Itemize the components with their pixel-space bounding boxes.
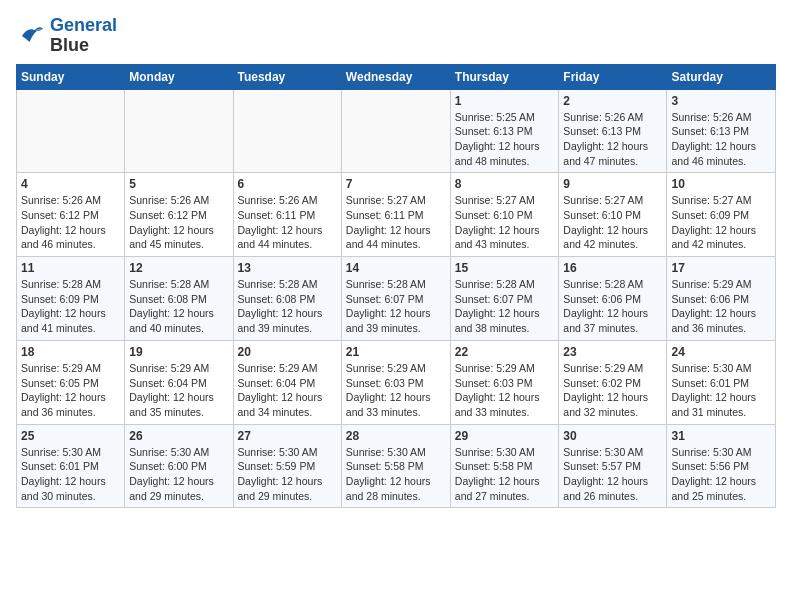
day-info: Sunrise: 5:27 AM Sunset: 6:10 PM Dayligh…: [455, 193, 555, 252]
day-info: Sunrise: 5:29 AM Sunset: 6:03 PM Dayligh…: [455, 361, 555, 420]
day-info: Sunrise: 5:29 AM Sunset: 6:05 PM Dayligh…: [21, 361, 120, 420]
day-number: 4: [21, 177, 120, 191]
day-info: Sunrise: 5:30 AM Sunset: 6:01 PM Dayligh…: [21, 445, 120, 504]
day-number: 17: [671, 261, 771, 275]
day-info: Sunrise: 5:30 AM Sunset: 5:57 PM Dayligh…: [563, 445, 662, 504]
calendar-cell: 30Sunrise: 5:30 AM Sunset: 5:57 PM Dayli…: [559, 424, 667, 508]
header-wednesday: Wednesday: [341, 64, 450, 89]
week-row-4: 18Sunrise: 5:29 AM Sunset: 6:05 PM Dayli…: [17, 340, 776, 424]
day-number: 19: [129, 345, 228, 359]
day-info: Sunrise: 5:27 AM Sunset: 6:11 PM Dayligh…: [346, 193, 446, 252]
day-info: Sunrise: 5:25 AM Sunset: 6:13 PM Dayligh…: [455, 110, 555, 169]
header-saturday: Saturday: [667, 64, 776, 89]
day-number: 27: [238, 429, 337, 443]
day-info: Sunrise: 5:26 AM Sunset: 6:13 PM Dayligh…: [563, 110, 662, 169]
day-info: Sunrise: 5:28 AM Sunset: 6:08 PM Dayligh…: [238, 277, 337, 336]
week-row-5: 25Sunrise: 5:30 AM Sunset: 6:01 PM Dayli…: [17, 424, 776, 508]
header-tuesday: Tuesday: [233, 64, 341, 89]
calendar-cell: 27Sunrise: 5:30 AM Sunset: 5:59 PM Dayli…: [233, 424, 341, 508]
day-number: 20: [238, 345, 337, 359]
calendar-cell: 20Sunrise: 5:29 AM Sunset: 6:04 PM Dayli…: [233, 340, 341, 424]
calendar-cell: 6Sunrise: 5:26 AM Sunset: 6:11 PM Daylig…: [233, 173, 341, 257]
day-number: 28: [346, 429, 446, 443]
calendar-body: 1Sunrise: 5:25 AM Sunset: 6:13 PM Daylig…: [17, 89, 776, 508]
header-row: SundayMondayTuesdayWednesdayThursdayFrid…: [17, 64, 776, 89]
calendar-cell: 9Sunrise: 5:27 AM Sunset: 6:10 PM Daylig…: [559, 173, 667, 257]
calendar-cell: 18Sunrise: 5:29 AM Sunset: 6:05 PM Dayli…: [17, 340, 125, 424]
day-info: Sunrise: 5:30 AM Sunset: 5:58 PM Dayligh…: [346, 445, 446, 504]
day-number: 29: [455, 429, 555, 443]
calendar-cell: 21Sunrise: 5:29 AM Sunset: 6:03 PM Dayli…: [341, 340, 450, 424]
day-info: Sunrise: 5:27 AM Sunset: 6:09 PM Dayligh…: [671, 193, 771, 252]
day-info: Sunrise: 5:26 AM Sunset: 6:13 PM Dayligh…: [671, 110, 771, 169]
day-info: Sunrise: 5:26 AM Sunset: 6:12 PM Dayligh…: [129, 193, 228, 252]
day-number: 24: [671, 345, 771, 359]
logo-text: General Blue: [50, 16, 117, 56]
calendar-cell: 29Sunrise: 5:30 AM Sunset: 5:58 PM Dayli…: [450, 424, 559, 508]
page-header: General Blue: [16, 16, 776, 56]
day-info: Sunrise: 5:29 AM Sunset: 6:04 PM Dayligh…: [129, 361, 228, 420]
day-info: Sunrise: 5:30 AM Sunset: 5:58 PM Dayligh…: [455, 445, 555, 504]
day-info: Sunrise: 5:28 AM Sunset: 6:06 PM Dayligh…: [563, 277, 662, 336]
day-number: 8: [455, 177, 555, 191]
day-info: Sunrise: 5:26 AM Sunset: 6:12 PM Dayligh…: [21, 193, 120, 252]
header-thursday: Thursday: [450, 64, 559, 89]
day-number: 3: [671, 94, 771, 108]
day-info: Sunrise: 5:30 AM Sunset: 6:00 PM Dayligh…: [129, 445, 228, 504]
day-number: 10: [671, 177, 771, 191]
day-info: Sunrise: 5:28 AM Sunset: 6:07 PM Dayligh…: [346, 277, 446, 336]
calendar-cell: 10Sunrise: 5:27 AM Sunset: 6:09 PM Dayli…: [667, 173, 776, 257]
header-sunday: Sunday: [17, 64, 125, 89]
calendar-cell: 1Sunrise: 5:25 AM Sunset: 6:13 PM Daylig…: [450, 89, 559, 173]
calendar-cell: 7Sunrise: 5:27 AM Sunset: 6:11 PM Daylig…: [341, 173, 450, 257]
calendar-cell: 28Sunrise: 5:30 AM Sunset: 5:58 PM Dayli…: [341, 424, 450, 508]
calendar-cell: [17, 89, 125, 173]
calendar-cell: 3Sunrise: 5:26 AM Sunset: 6:13 PM Daylig…: [667, 89, 776, 173]
calendar-table: SundayMondayTuesdayWednesdayThursdayFrid…: [16, 64, 776, 509]
day-number: 5: [129, 177, 228, 191]
day-number: 15: [455, 261, 555, 275]
day-info: Sunrise: 5:26 AM Sunset: 6:11 PM Dayligh…: [238, 193, 337, 252]
day-info: Sunrise: 5:29 AM Sunset: 6:04 PM Dayligh…: [238, 361, 337, 420]
week-row-3: 11Sunrise: 5:28 AM Sunset: 6:09 PM Dayli…: [17, 257, 776, 341]
header-monday: Monday: [125, 64, 233, 89]
day-number: 16: [563, 261, 662, 275]
day-number: 13: [238, 261, 337, 275]
calendar-cell: 23Sunrise: 5:29 AM Sunset: 6:02 PM Dayli…: [559, 340, 667, 424]
day-number: 7: [346, 177, 446, 191]
calendar-cell: 16Sunrise: 5:28 AM Sunset: 6:06 PM Dayli…: [559, 257, 667, 341]
day-number: 11: [21, 261, 120, 275]
calendar-cell: 24Sunrise: 5:30 AM Sunset: 6:01 PM Dayli…: [667, 340, 776, 424]
calendar-cell: 19Sunrise: 5:29 AM Sunset: 6:04 PM Dayli…: [125, 340, 233, 424]
day-number: 2: [563, 94, 662, 108]
day-info: Sunrise: 5:27 AM Sunset: 6:10 PM Dayligh…: [563, 193, 662, 252]
calendar-cell: [125, 89, 233, 173]
day-number: 18: [21, 345, 120, 359]
calendar-cell: 22Sunrise: 5:29 AM Sunset: 6:03 PM Dayli…: [450, 340, 559, 424]
day-info: Sunrise: 5:29 AM Sunset: 6:03 PM Dayligh…: [346, 361, 446, 420]
calendar-cell: 13Sunrise: 5:28 AM Sunset: 6:08 PM Dayli…: [233, 257, 341, 341]
calendar-cell: [341, 89, 450, 173]
calendar-cell: 2Sunrise: 5:26 AM Sunset: 6:13 PM Daylig…: [559, 89, 667, 173]
calendar-cell: 5Sunrise: 5:26 AM Sunset: 6:12 PM Daylig…: [125, 173, 233, 257]
header-friday: Friday: [559, 64, 667, 89]
logo: General Blue: [16, 16, 117, 56]
day-number: 22: [455, 345, 555, 359]
day-number: 14: [346, 261, 446, 275]
logo-icon: [16, 21, 46, 51]
day-number: 1: [455, 94, 555, 108]
day-number: 25: [21, 429, 120, 443]
calendar-cell: 14Sunrise: 5:28 AM Sunset: 6:07 PM Dayli…: [341, 257, 450, 341]
week-row-1: 1Sunrise: 5:25 AM Sunset: 6:13 PM Daylig…: [17, 89, 776, 173]
calendar-cell: 31Sunrise: 5:30 AM Sunset: 5:56 PM Dayli…: [667, 424, 776, 508]
day-number: 12: [129, 261, 228, 275]
calendar-cell: 26Sunrise: 5:30 AM Sunset: 6:00 PM Dayli…: [125, 424, 233, 508]
calendar-cell: [233, 89, 341, 173]
day-info: Sunrise: 5:28 AM Sunset: 6:09 PM Dayligh…: [21, 277, 120, 336]
calendar-cell: 12Sunrise: 5:28 AM Sunset: 6:08 PM Dayli…: [125, 257, 233, 341]
day-number: 30: [563, 429, 662, 443]
calendar-cell: 11Sunrise: 5:28 AM Sunset: 6:09 PM Dayli…: [17, 257, 125, 341]
day-info: Sunrise: 5:30 AM Sunset: 5:59 PM Dayligh…: [238, 445, 337, 504]
calendar-cell: 4Sunrise: 5:26 AM Sunset: 6:12 PM Daylig…: [17, 173, 125, 257]
day-info: Sunrise: 5:29 AM Sunset: 6:06 PM Dayligh…: [671, 277, 771, 336]
